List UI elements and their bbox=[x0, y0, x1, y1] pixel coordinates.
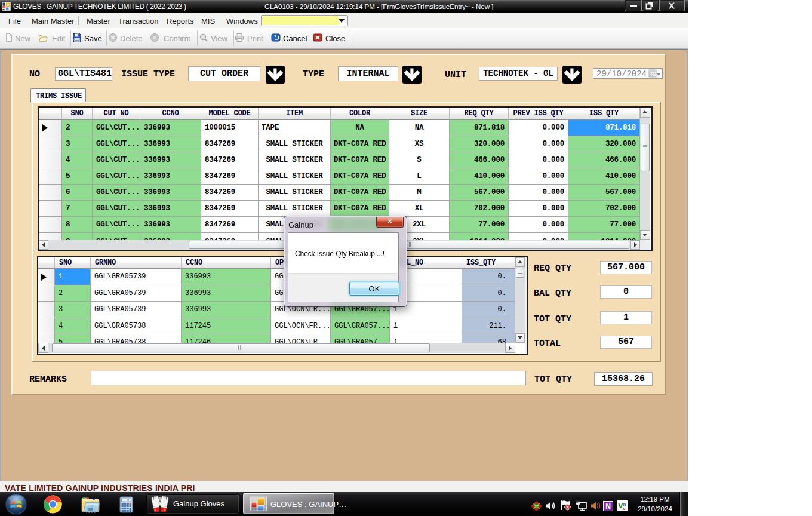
svg-text:c: c bbox=[623, 506, 626, 511]
svg-text:0: 0 bbox=[127, 498, 129, 502]
svg-text:N: N bbox=[605, 502, 611, 511]
